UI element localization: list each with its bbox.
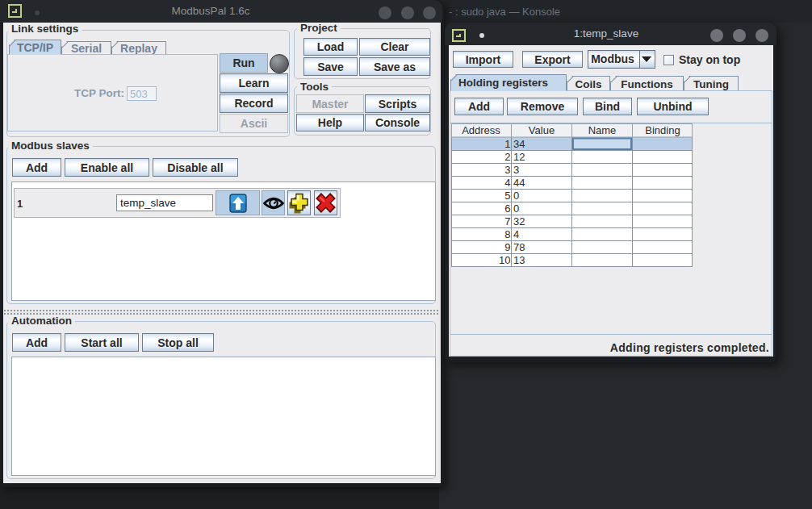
svg-text:8: 8 <box>504 228 510 240</box>
svg-text:32: 32 <box>513 215 525 227</box>
svg-text:78: 78 <box>513 241 525 253</box>
svg-text:0: 0 <box>513 202 519 215</box>
svg-text:4: 4 <box>504 177 510 189</box>
svg-text:3: 3 <box>513 164 519 176</box>
svg-text:Name: Name <box>588 124 617 136</box>
svg-text:10: 10 <box>499 254 510 266</box>
svg-text:9: 9 <box>504 241 510 253</box>
svg-text:0: 0 <box>513 190 519 202</box>
svg-text:Address: Address <box>462 124 500 136</box>
svg-text:3: 3 <box>504 164 510 176</box>
svg-text:34: 34 <box>513 138 525 150</box>
svg-text:6: 6 <box>504 202 510 215</box>
svg-text:1: 1 <box>504 138 510 150</box>
svg-text:5: 5 <box>504 190 510 202</box>
svg-text:Binding: Binding <box>645 124 680 136</box>
svg-text:44: 44 <box>513 177 525 189</box>
svg-text:2: 2 <box>504 151 510 163</box>
svg-text:7: 7 <box>504 215 510 227</box>
svg-text:12: 12 <box>513 151 525 163</box>
svg-text:Value: Value <box>529 124 555 136</box>
svg-text:13: 13 <box>513 254 525 266</box>
svg-text:4: 4 <box>513 228 519 240</box>
